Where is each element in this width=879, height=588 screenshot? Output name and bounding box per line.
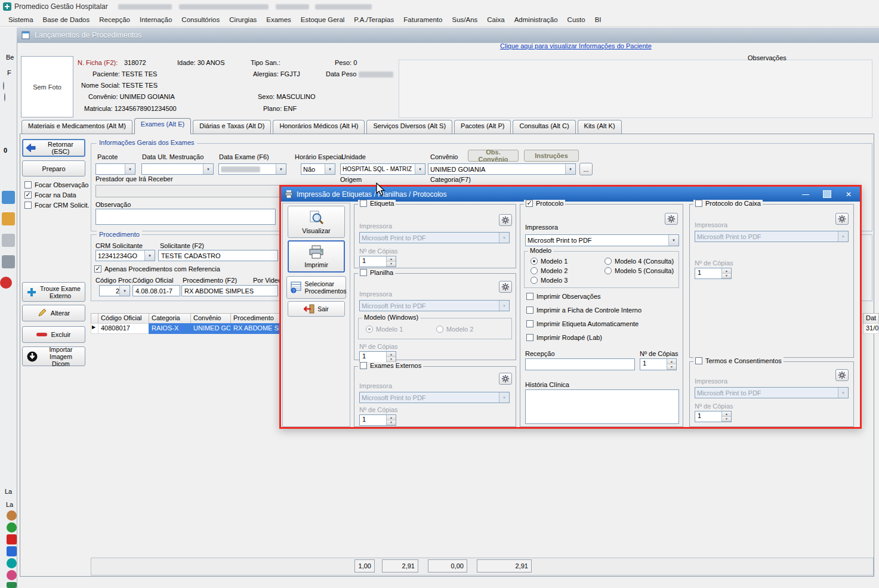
planilha-modelo1-radio[interactable]: Modelo 1: [366, 326, 403, 333]
etiqueta-copies-stepper[interactable]: 1 ▲▼: [359, 256, 396, 267]
focar-na-data-checkbox[interactable]: Focar na Data: [24, 191, 76, 199]
convenio-more-button[interactable]: ...: [579, 163, 593, 175]
patient-info-link[interactable]: Clique aqui para visualizar Informações …: [500, 42, 652, 49]
procedimento-input[interactable]: RX ABDOME SIMPLES: [181, 285, 278, 296]
menu-item-exames[interactable]: Exames: [261, 14, 296, 25]
protocolo-printer-select[interactable]: Microsoft Print to PDF▼: [525, 234, 679, 246]
protocolo-caixa-checkbox[interactable]: [695, 200, 702, 207]
planilha-modelo2-radio[interactable]: Modelo 2: [436, 326, 473, 333]
table-row-cell-codigo[interactable]: 40808017: [98, 323, 149, 334]
spinner-buttons[interactable]: ▲▼: [386, 352, 396, 362]
solicitante-input[interactable]: TESTE CADASTRO: [158, 250, 278, 261]
trouxe-exame-button[interactable]: Trouxe Exame Externo: [22, 282, 85, 302]
protocolo-checkbox-checked[interactable]: [526, 200, 533, 207]
menu-item-sus-ans[interactable]: Sus/Ans: [447, 14, 482, 25]
menu-item-caixa[interactable]: Caixa: [482, 14, 509, 25]
planilha-group-header[interactable]: Planilha: [358, 269, 395, 276]
table-row-cell-procedimento[interactable]: RX ABDOME SIM: [230, 323, 280, 334]
menu-item-consultorios[interactable]: Consultórios: [177, 14, 224, 25]
protocolo-group-header[interactable]: Protocolo: [524, 200, 565, 207]
horario-especial-select[interactable]: Não▼: [301, 163, 335, 175]
tab-honorarios[interactable]: Honorários Médicos (Alt H): [273, 120, 365, 134]
clipped-radio[interactable]: [4, 93, 5, 101]
menu-item-estoque-geral[interactable]: Estoque Geral: [296, 14, 350, 25]
protocolo-modelo4-radio[interactable]: Modelo 4 (Consulta): [604, 258, 674, 265]
sair-button[interactable]: Sair: [288, 301, 345, 317]
recepcao-input[interactable]: [525, 358, 635, 370]
minimize-button[interactable]: —: [797, 188, 815, 200]
tab-exames[interactable]: Exames (Alt E): [134, 118, 191, 134]
spinner-buttons[interactable]: ▲▼: [386, 415, 396, 425]
etiqueta-group-header[interactable]: Etiqueta: [358, 200, 396, 207]
instrucoes-button[interactable]: Instruções: [524, 150, 579, 162]
imprimir-etiqueta-checkbox[interactable]: Imprimir Etiqueta Automaticamente: [526, 320, 639, 327]
protocolo-modelo2-radio[interactable]: Modelo 2: [531, 267, 568, 274]
observacoes-area[interactable]: [399, 60, 872, 118]
menu-item-base-de-dados[interactable]: Base de Dados: [38, 14, 95, 25]
excluir-button[interactable]: Excluir: [22, 326, 85, 343]
planilha-copies-stepper[interactable]: 1 ▲▼: [359, 351, 396, 363]
people-icon[interactable]: [7, 510, 17, 521]
codigo-proc-select[interactable]: 2▼: [99, 285, 130, 296]
imprimir-observacoes-checkbox[interactable]: Imprimir Observações: [526, 293, 601, 300]
menu-item-internacao[interactable]: Internação: [135, 14, 177, 25]
etiqueta-checkbox[interactable]: [360, 200, 367, 207]
alterar-button[interactable]: Alterar: [22, 305, 85, 321]
menu-item-administracao[interactable]: Administração: [510, 14, 563, 25]
codigo-oficial-input[interactable]: 4.08.08.01-7: [132, 285, 180, 296]
menu-item-cirurgias[interactable]: Cirurgias: [224, 14, 261, 25]
tab-materiais[interactable]: Materiais e Medicamentos (Alt M): [21, 120, 132, 134]
document-icon[interactable]: [2, 234, 15, 247]
pencil-icon[interactable]: [2, 212, 15, 225]
historia-clinica-textarea[interactable]: [525, 389, 679, 424]
menu-item-pa-terapias[interactable]: P.A./Terapias: [349, 14, 399, 25]
col-header-categoria[interactable]: Categoria: [149, 313, 191, 324]
close-button[interactable]: ✕: [840, 188, 858, 200]
focar-observacao-checkbox[interactable]: Focar Observação: [24, 181, 88, 188]
visualizar-button[interactable]: Visualizar: [288, 206, 345, 238]
finance-icon[interactable]: [7, 582, 17, 588]
planilha-printer-settings-button[interactable]: [499, 281, 512, 293]
protocolo-caixa-copies-stepper[interactable]: 1 ▲▼: [695, 268, 732, 279]
observacao-input[interactable]: [95, 209, 276, 225]
data-exame-select[interactable]: ▼: [218, 163, 286, 175]
protocolo-printer-settings-button[interactable]: [665, 213, 678, 225]
info-icon[interactable]: [7, 546, 17, 556]
retornar-button[interactable]: Retornar (ESC): [22, 139, 85, 157]
exames-externos-printer-settings-button[interactable]: [499, 373, 512, 385]
clipped-radio[interactable]: [3, 82, 4, 90]
termos-group-header[interactable]: Termos e Consentimentos: [693, 357, 784, 364]
imprimir-ficha-checkbox[interactable]: Imprimir a Ficha de Controle Interno: [526, 307, 641, 314]
status-green-icon[interactable]: [7, 522, 17, 533]
termos-printer-settings-button[interactable]: [835, 369, 849, 381]
protocolo-copies-stepper[interactable]: 1 ▲▼: [640, 358, 677, 370]
tab-diarias[interactable]: Diárias e Taxas (Alt D): [193, 120, 271, 134]
col-header-convenio[interactable]: Convênio: [190, 313, 231, 324]
unidade-select[interactable]: HOSPITAL SQL - MATRIZ▼: [340, 163, 425, 175]
lab-icon[interactable]: [7, 558, 17, 568]
exames-externos-group-header[interactable]: Exames Externos: [358, 362, 423, 369]
menu-item-sistema[interactable]: Sistema: [4, 14, 38, 25]
imprimir-rodape-checkbox[interactable]: Imprimir Rodapé (Lab): [526, 334, 602, 341]
emergency-cross-icon[interactable]: [7, 534, 17, 544]
maximize-button[interactable]: [818, 188, 836, 200]
planilha-checkbox[interactable]: [360, 269, 367, 276]
tab-consultas[interactable]: Consultas (Alt C): [513, 120, 575, 134]
protocolo-modelo1-radio[interactable]: Modelo 1: [531, 258, 568, 265]
focar-crm-checkbox[interactable]: Focar CRM Solicit.: [24, 202, 90, 209]
protocolo-modelo5-radio[interactable]: Modelo 5 (Consulta): [604, 267, 674, 274]
col-header-data[interactable]: Dat: [863, 313, 879, 324]
exames-externos-checkbox[interactable]: [360, 362, 367, 369]
spinner-buttons[interactable]: ▲▼: [721, 268, 731, 278]
protocolo-modelo3-radio[interactable]: Modelo 3: [531, 277, 568, 284]
table-row-cell-categoria[interactable]: RAIOS-X: [149, 323, 191, 334]
spinner-buttons[interactable]: ▲▼: [667, 359, 676, 370]
tab-pacotes[interactable]: Pacotes (Alt P): [454, 120, 511, 134]
convenio-select[interactable]: UNIMED GOIANIA▼: [428, 163, 576, 175]
pacote-select[interactable]: ▼: [95, 163, 135, 175]
col-header-codigo[interactable]: Código Oficial: [98, 313, 149, 324]
crm-solicitante-select[interactable]: 12341234GO▼: [95, 250, 155, 261]
termos-checkbox[interactable]: [695, 357, 702, 364]
col-header-procedimento[interactable]: Procedimento: [230, 313, 280, 324]
menu-item-faturamento[interactable]: Faturamento: [399, 14, 447, 25]
